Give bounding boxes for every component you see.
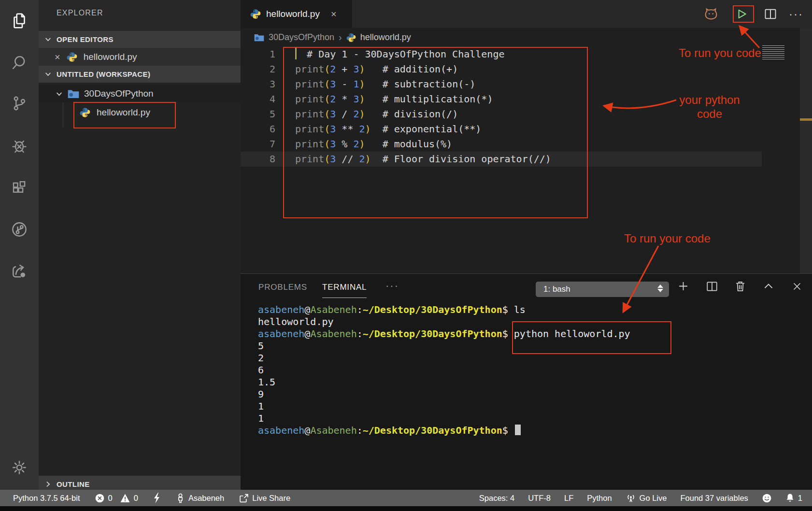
chevron-down-icon	[56, 90, 63, 98]
breadcrumb-separator: ›	[339, 32, 342, 43]
open-editors-label: OPEN EDITORS	[57, 35, 114, 43]
live-share-activity-icon[interactable]	[0, 255, 39, 287]
split-terminal-icon[interactable]	[706, 281, 718, 292]
code-line-5: 5print(3 / 2) # division(/)	[241, 107, 762, 122]
tree-file-label: helloworld.py	[97, 107, 150, 118]
minimap[interactable]	[762, 45, 784, 60]
terminal-line-10: 1	[258, 412, 630, 425]
history-icon[interactable]	[0, 213, 39, 246]
tab-helloworld[interactable]: helloworld.py ×	[241, 0, 352, 28]
tab-bar: helloworld.py × ···	[241, 0, 812, 28]
source-control-icon[interactable]	[0, 87, 39, 120]
tab-close-icon[interactable]: ×	[331, 9, 337, 19]
terminal-shell-select[interactable]: 1: bash	[536, 282, 669, 297]
notifications-item[interactable]: 1	[785, 493, 802, 503]
terminal-line-9: 1	[258, 400, 630, 412]
smiley-icon	[762, 493, 772, 503]
code-line-8: 8print(3 // 2) # Floor division operator…	[241, 152, 762, 167]
tree-folder-30daysofpython[interactable]: 30DaysOfPython	[39, 85, 241, 102]
terminal-line-6: 6	[258, 364, 630, 376]
terminal-line-8: 9	[258, 388, 630, 400]
tree-file-helloworld[interactable]: helloworld.py	[39, 104, 241, 121]
tab-problems[interactable]: PROBLEMS	[258, 283, 307, 292]
editor-group: helloworld.py × ···	[241, 0, 812, 273]
chevron-down-icon	[44, 71, 52, 78]
line-number: 5	[241, 107, 275, 122]
more-actions-icon[interactable]: ···	[789, 12, 803, 16]
kill-terminal-trash-icon[interactable]	[734, 280, 746, 293]
overview-ruler-marker	[800, 118, 812, 121]
maximize-panel-chevron-icon[interactable]	[762, 280, 775, 293]
workspace-label: UNTITLED (WORKSPACE)	[57, 70, 150, 78]
run-button[interactable]	[731, 5, 752, 23]
bottom-panel: PROBLEMS TERMINAL ··· 1: bash asabeneh@A…	[241, 273, 812, 490]
cat-icon[interactable]	[703, 7, 719, 21]
shell-select-value: 1: bash	[543, 284, 570, 294]
terminal-cursor	[515, 425, 521, 435]
go-live-item[interactable]: Go Live	[626, 493, 667, 503]
breadcrumb-folder[interactable]: 30DaysOfPython	[269, 32, 334, 43]
chevron-down-icon	[44, 36, 52, 43]
problems-item[interactable]: 0 0	[95, 493, 138, 503]
live-share-item[interactable]: Live Share	[239, 493, 290, 503]
python-icon	[346, 33, 356, 43]
search-icon[interactable]	[0, 46, 39, 79]
python-interpreter-item[interactable]: Python 3.7.5 64-bit	[13, 494, 80, 503]
vscode-window: EXPLORER OPEN EDITORS × helloworld.py UN…	[0, 0, 812, 511]
terminal-line-7: 1.5	[258, 376, 630, 388]
live-share-icon	[239, 493, 249, 503]
language-item[interactable]: Python	[587, 494, 612, 503]
terminal-output[interactable]: asabeneh@Asabeneh:~/Desktop/30DaysOfPyth…	[258, 304, 630, 437]
open-editor-item-helloworld[interactable]: × helloworld.py	[39, 48, 241, 66]
notification-count: 1	[798, 494, 802, 503]
open-editor-file-label: helloworld.py	[84, 52, 137, 62]
warning-icon	[120, 493, 130, 503]
code-line-2: 2print(2 + 3) # addition(+)	[241, 62, 762, 77]
close-panel-icon[interactable]	[791, 280, 803, 293]
open-editors-header[interactable]: OPEN EDITORS	[39, 31, 241, 48]
lightning-icon	[153, 493, 161, 503]
code-editor[interactable]: 1 # Day 1 - 30DaysOfPython Challenge2pri…	[241, 47, 762, 167]
close-editor-icon[interactable]: ×	[55, 52, 60, 62]
new-terminal-icon[interactable]	[677, 280, 690, 293]
outline-label: OUTLINE	[57, 480, 90, 488]
spaces-item[interactable]: Spaces: 4	[479, 494, 514, 503]
eol-item[interactable]: LF	[564, 494, 573, 503]
encoding-item[interactable]: UTF-8	[528, 494, 551, 503]
terminal-line-5: 2	[258, 352, 630, 364]
debug-icon[interactable]	[0, 129, 39, 162]
code-line-4: 4print(2 * 3) # multiplication(*)	[241, 92, 762, 107]
python-icon	[80, 107, 90, 118]
line-number: 6	[241, 122, 275, 137]
line-number: 3	[241, 77, 275, 92]
error-icon	[95, 493, 105, 503]
tree-folder-label: 30DaysOfPython	[84, 88, 154, 99]
python-icon	[67, 52, 77, 62]
terminal-line-3: asabeneh@Asabeneh:~/Desktop/30DaysOfPyth…	[258, 328, 630, 340]
select-arrows-icon	[657, 284, 663, 292]
go-live-label: Go Live	[640, 494, 667, 503]
extensions-icon[interactable]	[0, 172, 39, 205]
account-item[interactable]: Asabeneh	[176, 493, 224, 503]
folder-icon	[254, 33, 264, 42]
workspace-header[interactable]: UNTITLED (WORKSPACE)	[39, 66, 241, 83]
line-number: 2	[241, 62, 275, 77]
lightning-item[interactable]	[153, 493, 161, 503]
breadcrumb-file[interactable]: helloworld.py	[360, 32, 411, 43]
panel-more-icon[interactable]: ···	[385, 280, 399, 292]
terminal-line-11: asabeneh@Asabeneh:~/Desktop/30DaysOfPyth…	[258, 425, 630, 437]
explorer-icon[interactable]	[0, 4, 39, 37]
code-line-3: 3print(3 - 1) # subtraction(-)	[241, 77, 762, 92]
feedback-item[interactable]	[762, 493, 772, 503]
editor-scrollbar[interactable]	[800, 28, 812, 273]
split-editor-icon[interactable]	[764, 8, 777, 20]
person-icon	[176, 493, 185, 503]
code-line-1: 1 # Day 1 - 30DaysOfPython Challenge	[241, 47, 762, 62]
variables-item[interactable]: Found 37 variables	[680, 494, 748, 503]
tab-terminal[interactable]: TERMINAL	[322, 283, 367, 292]
line-number: 4	[241, 92, 275, 107]
run-play-icon	[735, 8, 748, 20]
settings-gear-icon[interactable]	[0, 451, 39, 484]
warning-count: 0	[134, 494, 138, 503]
chevron-right-icon	[44, 481, 52, 488]
